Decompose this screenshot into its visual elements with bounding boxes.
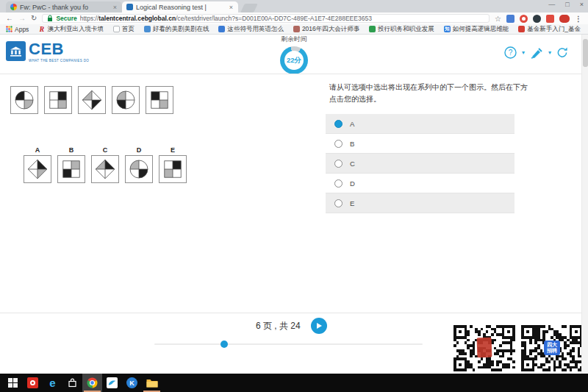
folder-icon — [146, 378, 158, 388]
close-button[interactable]: × — [580, 1, 584, 8]
minimize-button[interactable]: — — [548, 1, 555, 8]
tab-close-icon[interactable]: × — [112, 4, 118, 11]
option-shapes: A B C D E — [24, 146, 187, 183]
progress-handle[interactable] — [220, 341, 228, 348]
pattern-sequence — [10, 86, 173, 114]
taskbar-start[interactable] — [3, 374, 23, 392]
radio-D[interactable] — [334, 179, 343, 188]
forward-icon[interactable]: → — [18, 15, 26, 22]
chevron-down-icon[interactable]: ▾ — [548, 49, 551, 56]
taskbar-k-app[interactable]: K — [122, 374, 142, 392]
answer-option-B[interactable]: B — [326, 134, 514, 154]
taskbar-file-explorer[interactable] — [142, 374, 162, 392]
bookmark-label: 如何提高逻辑思维能 — [453, 25, 509, 34]
tab-favicon-mail-icon — [10, 4, 17, 10]
taskbar-store[interactable] — [62, 374, 82, 392]
bookmark-item-7[interactable]: 知如何提高逻辑思维能 — [444, 25, 509, 34]
video-app-icon — [27, 377, 38, 388]
answer-option-D[interactable]: D — [326, 174, 514, 193]
bookmark-item-1[interactable]: R澳大利亚出入境卡填 — [38, 25, 104, 34]
sequence-shape-3 — [78, 86, 106, 114]
scrollbar — [581, 35, 588, 374]
address-bar[interactable]: Secure https://talentcentral.cebglobal.c… — [42, 14, 490, 23]
extension-icon[interactable] — [533, 15, 541, 23]
option-shape-A — [24, 155, 51, 183]
extension-icon[interactable] — [520, 15, 528, 23]
tab-close-icon[interactable]: × — [229, 4, 234, 11]
restart-icon[interactable] — [556, 46, 569, 59]
bookmark-item-0[interactable]: Apps — [6, 26, 29, 33]
next-page-button[interactable] — [311, 318, 327, 334]
back-icon[interactable]: ← — [6, 15, 13, 22]
browser-menu-icon[interactable]: ⋮ — [575, 15, 582, 23]
answer-option-A[interactable]: A — [326, 114, 514, 134]
radio-C[interactable] — [334, 160, 343, 168]
favicon: R — [38, 26, 45, 32]
taskbar-chrome[interactable] — [82, 374, 102, 392]
answer-option-E[interactable]: E — [326, 193, 514, 213]
answer-label: B — [350, 140, 354, 148]
header-divider — [0, 74, 588, 74]
favicon — [293, 26, 300, 32]
bookmarks-bar: AppsR澳大利亚出入境卡填首页好看的美剧美剧在线这些符号用英语怎么2016年四… — [0, 24, 588, 35]
bookmark-item-6[interactable]: 投行职务和职业发展 — [369, 25, 434, 34]
bookmark-item-3[interactable]: 好看的美剧美剧在线 — [144, 25, 209, 34]
sequence-shape-1 — [10, 86, 38, 114]
option-label: B — [69, 146, 74, 154]
extension-icon[interactable] — [546, 15, 554, 23]
sequence-shape-2 — [44, 86, 72, 114]
footer-divider — [0, 313, 588, 313]
bookmark-item-5[interactable]: 2016年四大会计师事 — [293, 25, 359, 34]
new-tab-button[interactable] — [240, 4, 258, 13]
secure-label: Secure — [56, 15, 76, 22]
bookmark-label: Apps — [15, 26, 29, 33]
scrollbar-thumb[interactable] — [583, 39, 588, 67]
tab-title: Logical Reasoning test | — [136, 4, 226, 11]
bookmark-item-4[interactable]: 这些符号用英语怎么 — [218, 25, 284, 34]
bookmark-star-icon[interactable]: ☆ — [495, 15, 501, 23]
logo-text: CEB — [29, 41, 89, 57]
bookmark-label: 投行职务和职业发展 — [378, 25, 434, 34]
taskbar-edge[interactable]: e — [43, 374, 62, 392]
bookmark-item-8[interactable]: 基金新手入门_基金 — [518, 25, 581, 34]
bookmark-label: 澳大利亚出入境卡填 — [47, 25, 104, 34]
help-icon[interactable]: ? — [504, 46, 517, 59]
radio-B[interactable] — [334, 140, 343, 148]
question-prompt: 请从可选项中选出将出现在系列中的下一个图示。然后在下方点击您的选择。 — [329, 82, 529, 105]
answer-option-C[interactable]: C — [326, 154, 514, 174]
taskbar-mail-bird[interactable] — [102, 374, 122, 392]
qr-text-badge: 四大招聘 — [544, 341, 560, 355]
page-navigation: 6 页 , 共 24 — [256, 318, 327, 334]
browser-tab-strip: Fw: PwC - thank you fo × Logical Reasoni… — [0, 0, 588, 13]
logo-tagline: WHAT THE BEST COMPANIES DO — [29, 59, 89, 63]
option-label: E — [171, 146, 175, 154]
timer-value: 22分 — [280, 46, 308, 74]
radio-E[interactable] — [334, 199, 343, 207]
extension-icon[interactable] — [506, 15, 514, 23]
taskbar-video-app[interactable] — [23, 374, 43, 392]
timer-ring: 22分 — [280, 46, 308, 74]
chrome-icon — [87, 377, 98, 388]
ceb-building-icon — [6, 41, 26, 61]
extension-icon[interactable] — [559, 15, 570, 23]
chevron-down-icon[interactable]: ▾ — [522, 49, 525, 56]
answer-list: A B C D E — [326, 114, 514, 213]
bookmark-item-2[interactable]: 首页 — [113, 25, 135, 34]
mail-bird-icon — [107, 377, 118, 388]
pen-icon[interactable] — [530, 47, 543, 59]
qr-code-right: 四大招聘 — [521, 325, 583, 371]
favicon — [369, 26, 376, 32]
favicon — [218, 26, 225, 32]
answer-label: C — [350, 160, 355, 168]
bookmark-label: 这些符号用英语怎么 — [227, 25, 284, 34]
maximize-button[interactable]: □ — [565, 1, 569, 8]
store-icon — [68, 378, 77, 388]
browser-tab-mail[interactable]: Fw: PwC - thank you fo × — [6, 1, 122, 13]
browser-tab-test[interactable]: Logical Reasoning test | × — [122, 1, 238, 13]
page-indicator: 6 页 , 共 24 — [256, 320, 301, 332]
page-icon — [113, 26, 120, 32]
tab-favicon-test-icon — [126, 4, 133, 10]
refresh-icon[interactable]: ↻ — [31, 15, 37, 22]
favicon — [144, 26, 151, 32]
radio-A-selected[interactable] — [334, 120, 343, 128]
